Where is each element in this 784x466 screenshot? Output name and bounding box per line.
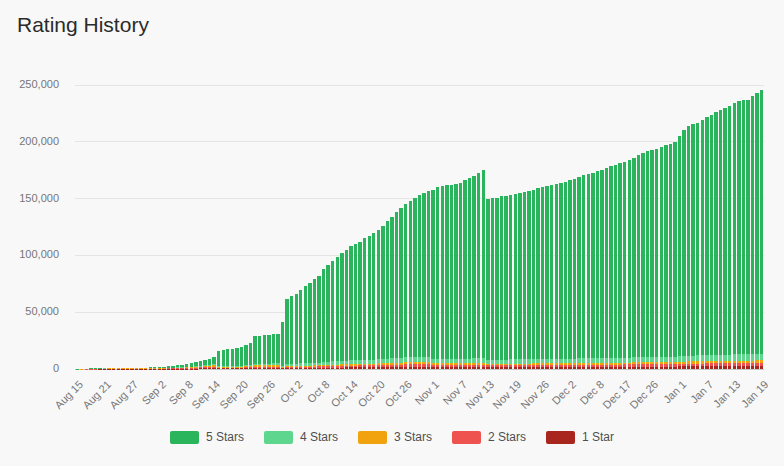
bar[interactable] [413,197,416,369]
bar[interactable] [399,208,402,369]
bar[interactable] [317,276,320,369]
bar[interactable] [194,362,197,369]
bar[interactable] [217,351,220,369]
bar[interactable] [564,182,567,369]
bar[interactable] [231,349,234,369]
bar[interactable] [436,187,439,369]
bar[interactable] [244,345,247,369]
legend-item-5-stars[interactable]: 5 Stars [170,430,244,444]
bar[interactable] [281,322,284,369]
bar[interactable] [650,150,653,369]
bar[interactable] [705,117,708,369]
bar[interactable] [523,192,526,369]
bar[interactable] [545,186,548,369]
bar[interactable] [514,194,517,369]
bar[interactable] [755,93,758,369]
bar[interactable] [222,350,225,369]
bar[interactable] [669,144,672,369]
bar[interactable] [258,336,261,370]
bar[interactable] [304,286,307,369]
bar[interactable] [527,191,530,369]
bar[interactable] [555,184,558,369]
bar[interactable] [500,196,503,369]
legend-item-3-stars[interactable]: 3 Stars [358,430,432,444]
bar[interactable] [618,163,621,369]
bar[interactable] [263,335,266,369]
bar[interactable] [377,230,380,369]
bar[interactable] [290,296,293,369]
bar[interactable] [737,101,740,369]
bar[interactable] [427,191,430,369]
bar[interactable] [719,110,722,369]
bar[interactable] [418,195,421,369]
bar[interactable] [587,174,590,369]
bar[interactable] [249,343,252,369]
bar[interactable] [495,197,498,369]
bar[interactable] [454,184,457,369]
bar[interactable] [299,289,302,369]
bar[interactable] [276,334,279,369]
bar[interactable] [482,170,485,369]
bar[interactable] [354,244,357,369]
bar[interactable] [486,199,489,369]
bar[interactable] [591,172,594,369]
bar[interactable] [386,221,389,369]
bar[interactable] [760,90,763,369]
bar[interactable] [203,360,206,369]
bar[interactable] [472,176,475,369]
bar[interactable] [295,294,298,369]
bar[interactable] [577,177,580,369]
bar[interactable] [582,175,585,369]
bar[interactable] [322,269,325,369]
bar[interactable] [701,120,704,369]
bar[interactable] [372,233,375,369]
bar[interactable] [336,257,339,369]
bar[interactable] [422,193,425,369]
bar[interactable] [536,188,539,369]
bar[interactable] [308,283,311,369]
bar[interactable] [363,238,366,369]
bar[interactable] [285,299,288,369]
bar[interactable] [441,186,444,369]
bar[interactable] [313,279,316,369]
legend-item-1-star[interactable]: 1 Star [546,430,614,444]
bar[interactable] [450,185,453,369]
bar[interactable] [641,153,644,369]
bar[interactable] [596,171,599,369]
bar[interactable] [632,158,635,369]
bar[interactable] [212,357,215,369]
bar[interactable] [491,198,494,369]
bar[interactable] [550,185,553,369]
bar[interactable] [272,334,275,369]
bar[interactable] [691,124,694,369]
bar[interactable] [723,108,726,369]
bar[interactable] [614,165,617,369]
bar[interactable] [646,151,649,369]
bar[interactable] [340,253,343,369]
bar[interactable] [468,178,471,369]
bar[interactable] [714,112,717,369]
bar[interactable] [541,187,544,369]
bar[interactable] [381,226,384,369]
bar[interactable] [742,100,745,369]
bar[interactable] [573,179,576,369]
bar[interactable] [477,172,480,369]
bar[interactable] [235,348,238,369]
bar[interactable] [664,145,667,369]
bar[interactable] [368,236,371,369]
bar[interactable] [600,170,603,369]
bar[interactable] [559,183,562,369]
bar[interactable] [746,100,749,369]
bar[interactable] [199,361,202,369]
legend-item-2-stars[interactable]: 2 Stars [452,430,526,444]
bar[interactable] [331,261,334,369]
bar[interactable] [463,180,466,369]
bar[interactable] [605,168,608,369]
bar[interactable] [404,204,407,369]
bar[interactable] [431,190,434,369]
bar[interactable] [390,217,393,369]
legend-item-4-stars[interactable]: 4 Stars [264,430,338,444]
bar[interactable] [267,335,270,369]
bar[interactable] [518,193,521,369]
bar[interactable] [673,142,676,369]
